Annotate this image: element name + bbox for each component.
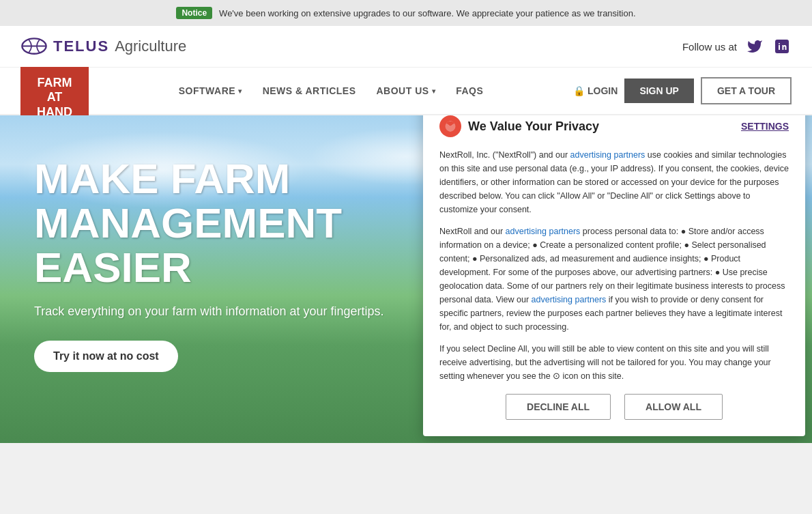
privacy-modal: We Value Your Privacy SETTINGS NextRoll,…: [423, 115, 805, 436]
farm-at-hand-text: FARMATHAND: [37, 76, 72, 120]
twitter-icon[interactable]: [745, 37, 764, 56]
advertising-partners-link-1[interactable]: advertising partners: [570, 150, 646, 160]
software-chevron-icon: ▾: [238, 87, 242, 95]
telus-logo[interactable]: TELUS Agriculture: [20, 36, 186, 57]
privacy-title: We Value Your Privacy: [468, 119, 599, 134]
privacy-title-row: We Value Your Privacy: [439, 115, 599, 137]
nav-right: 🔒 LOGIN SIGN UP GET A TOUR: [573, 77, 792, 104]
lock-icon: 🔒: [573, 85, 585, 96]
main-nav: FARMATHAND SOFTWARE ▾ NEWS & ARTICLES AB…: [0, 68, 812, 115]
nav-news[interactable]: NEWS & ARTICLES: [263, 85, 356, 96]
try-now-button[interactable]: Try it now at no cost: [34, 341, 178, 372]
get-tour-button[interactable]: GET A TOUR: [701, 77, 792, 104]
privacy-modal-header: We Value Your Privacy SETTINGS: [439, 115, 789, 137]
notice-message: We've been working on extensive upgrades…: [219, 8, 635, 18]
nav-links: SOFTWARE ▾ NEWS & ARTICLES ABOUT US ▾ FA…: [89, 85, 573, 96]
notice-bar: Notice We've been working on extensive u…: [0, 0, 812, 26]
privacy-settings-link[interactable]: SETTINGS: [741, 121, 789, 132]
telus-logo-icon: [20, 36, 48, 57]
nav-software[interactable]: SOFTWARE ▾: [179, 85, 242, 96]
nav-faqs[interactable]: FAQS: [456, 85, 483, 96]
linkedin-icon[interactable]: [772, 37, 792, 56]
telus-brand-text: TELUS: [53, 38, 109, 55]
svg-rect-2: [775, 40, 789, 53]
privacy-paragraph-3: If you select Decline All, you will stil…: [439, 342, 789, 383]
hero-subtitle: Track everything on your farm with infor…: [34, 303, 409, 320]
notice-badge: Notice: [176, 7, 212, 19]
nav-about[interactable]: ABOUT US ▾: [377, 85, 436, 96]
signup-button[interactable]: SIGN UP: [624, 78, 694, 103]
privacy-paragraph-2: NextRoll and our advertising partners pr…: [439, 225, 789, 334]
login-link[interactable]: 🔒 LOGIN: [573, 85, 618, 96]
about-chevron-icon: ▾: [432, 87, 436, 95]
hero-title: MAKE FARM MANAGEMENT EASIER: [34, 156, 444, 289]
privacy-paragraph-1: NextRoll, Inc. ("NextRoll") and our adve…: [439, 148, 789, 216]
agriculture-text: Agriculture: [115, 38, 186, 55]
hero-section: Fields Field Detail 1:52 2020 2019 2018 …: [0, 115, 812, 443]
decline-all-button[interactable]: DECLINE ALL: [506, 394, 611, 420]
advertising-partners-link-2[interactable]: advertising partners: [506, 227, 581, 236]
privacy-brand-icon: [439, 115, 461, 137]
header-right: Follow us at: [682, 37, 792, 56]
follow-us-text: Follow us at: [682, 41, 737, 53]
advertising-partners-link-3[interactable]: advertising partners: [532, 295, 607, 304]
site-header: TELUS Agriculture Follow us at: [0, 26, 812, 68]
privacy-footer: DECLINE ALL ALLOW ALL: [439, 394, 789, 420]
allow-all-button[interactable]: ALLOW ALL: [624, 394, 723, 420]
